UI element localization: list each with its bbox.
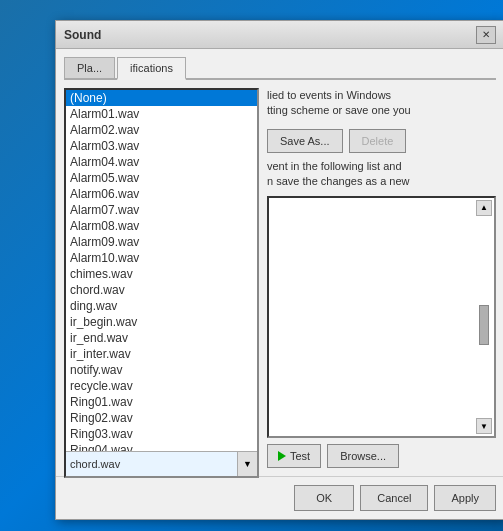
list-item[interactable]: Ring01.wav [66, 394, 257, 410]
list-item[interactable]: Ring02.wav [66, 410, 257, 426]
dialog-footer: OK Cancel Apply [56, 476, 503, 519]
dropdown-selected-text: chord.wav [66, 452, 237, 476]
list-item[interactable]: chord.wav [66, 282, 257, 298]
tab-bar: Pla... ifications [64, 57, 496, 80]
desktop: Sound ✕ Pla... ifications [0, 0, 503, 531]
list-item[interactable]: Ring03.wav [66, 426, 257, 442]
list-item[interactable]: Alarm01.wav [66, 106, 257, 122]
close-button[interactable]: ✕ [476, 26, 496, 44]
list-item[interactable]: ir_end.wav [66, 330, 257, 346]
delete-button[interactable]: Delete [349, 129, 407, 153]
test-button[interactable]: Test [267, 444, 321, 468]
chevron-down-icon: ▼ [243, 459, 252, 469]
title-buttons: ✕ [476, 26, 496, 44]
save-as-button[interactable]: Save As... [267, 129, 343, 153]
dropdown-selected-box: chord.wav ▼ [66, 451, 257, 476]
list-item[interactable]: notify.wav [66, 362, 257, 378]
info-text-1: lied to events in Windows tting scheme o… [267, 88, 496, 119]
list-item[interactable]: chimes.wav [66, 266, 257, 282]
play-icon [278, 451, 286, 461]
right-panel: lied to events in Windows tting scheme o… [267, 88, 496, 468]
save-delete-row: Save As... Delete [267, 129, 496, 153]
tab-playback[interactable]: Pla... [64, 57, 115, 78]
scrollbar-thumb[interactable] [479, 305, 489, 345]
content-area: (None)Alarm01.wavAlarm02.wavAlarm03.wavA… [64, 88, 496, 468]
test-browse-row: Test Browse... [267, 444, 496, 468]
tab-notifications[interactable]: ifications [117, 57, 186, 80]
list-item[interactable]: ding.wav [66, 298, 257, 314]
sound-dropdown-container: (None)Alarm01.wavAlarm02.wavAlarm03.wavA… [64, 88, 259, 478]
list-item[interactable]: Alarm04.wav [66, 154, 257, 170]
dialog-titlebar: Sound ✕ [56, 21, 503, 49]
list-item[interactable]: Alarm06.wav [66, 186, 257, 202]
list-item[interactable]: (None) [66, 90, 257, 106]
list-item[interactable]: Ring04.wav [66, 442, 257, 451]
list-item[interactable]: Alarm10.wav [66, 250, 257, 266]
list-item[interactable]: ir_begin.wav [66, 314, 257, 330]
list-item[interactable]: Alarm09.wav [66, 234, 257, 250]
ok-button[interactable]: OK [294, 485, 354, 511]
apply-button[interactable]: Apply [434, 485, 496, 511]
dialog-window: Sound ✕ Pla... ifications [55, 20, 503, 520]
scrollbar-up-arrow[interactable]: ▲ [476, 200, 492, 216]
list-item[interactable]: Alarm08.wav [66, 218, 257, 234]
list-item[interactable]: Alarm03.wav [66, 138, 257, 154]
sound-dropdown-list[interactable]: (None)Alarm01.wavAlarm02.wavAlarm03.wavA… [66, 90, 257, 451]
list-item[interactable]: Alarm05.wav [66, 170, 257, 186]
list-item[interactable]: ir_inter.wav [66, 346, 257, 362]
dialog-body: Pla... ifications (None)Alarm01.wavAlarm… [56, 49, 503, 476]
scrollbar-down-arrow[interactable]: ▼ [476, 418, 492, 434]
sound-list-panel: (None)Alarm01.wavAlarm02.wavAlarm03.wavA… [64, 88, 259, 468]
dialog-title: Sound [64, 28, 101, 42]
list-item[interactable]: recycle.wav [66, 378, 257, 394]
browse-button[interactable]: Browse... [327, 444, 399, 468]
event-list[interactable]: ▲ ▼ [267, 196, 496, 438]
list-item[interactable]: Alarm07.wav [66, 202, 257, 218]
list-item[interactable]: Alarm02.wav [66, 122, 257, 138]
cancel-button[interactable]: Cancel [360, 485, 428, 511]
info-text-3: vent in the following list and n save th… [267, 159, 496, 190]
dropdown-arrow-button[interactable]: ▼ [237, 452, 257, 476]
